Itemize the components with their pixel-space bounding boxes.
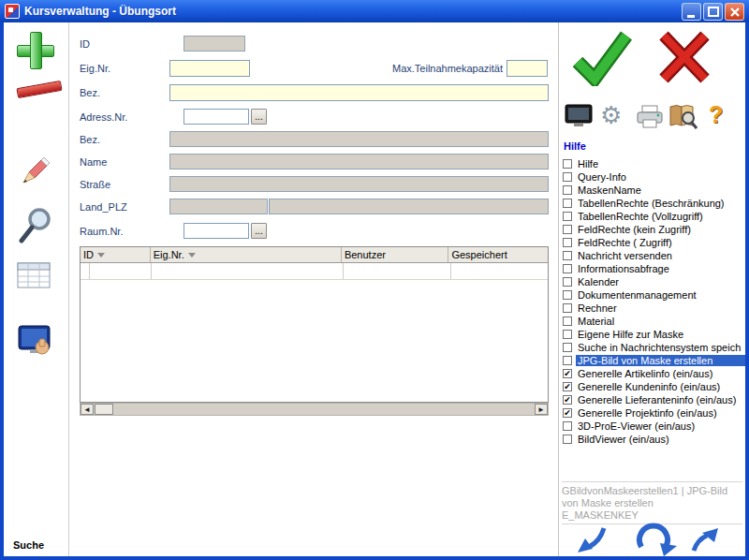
hilfe-list-item[interactable]: FeldRechte (kein Zugriff) bbox=[561, 223, 745, 236]
settings-gears-icon[interactable]: ⚙ bbox=[600, 101, 622, 130]
checkbox-icon[interactable] bbox=[563, 343, 572, 352]
hilfe-item-label: Kalender bbox=[576, 276, 745, 287]
hilfe-list-item[interactable]: FeldRechte ( Zugriff) bbox=[561, 236, 745, 249]
checkbox-icon[interactable]: ✔ bbox=[563, 382, 572, 391]
close-button[interactable] bbox=[725, 3, 744, 21]
checkbox-icon[interactable] bbox=[563, 356, 572, 365]
hilfe-list-item[interactable]: ✔Generelle Projektinfo (ein/aus) bbox=[561, 406, 745, 420]
checkbox-icon[interactable] bbox=[563, 277, 572, 287]
hilfe-list-item[interactable]: Suche in Nachrichtensystem speich bbox=[561, 341, 745, 354]
arrow-down-left-icon[interactable] bbox=[574, 524, 609, 558]
add-icon[interactable] bbox=[17, 32, 56, 71]
hilfe-list-item[interactable]: TabellenRechte (Beschränkung) bbox=[561, 197, 745, 210]
hilfe-item-label: TabellenRechte (Vollzugriff) bbox=[576, 211, 745, 222]
hilfe-list-item[interactable]: 3D-ProE-Viewer (ein/aus) bbox=[561, 420, 745, 433]
eignr-label: Eig.Nr. bbox=[80, 63, 110, 74]
raumnr-field[interactable] bbox=[184, 223, 249, 239]
checkbox-icon[interactable]: ✔ bbox=[563, 395, 572, 405]
hilfe-list-item[interactable]: Dokumentenmanagement bbox=[561, 288, 745, 302]
right-panel: ⚙ ? Hilfe HilfeQuery-InfoMas bbox=[558, 22, 745, 556]
table-view-icon[interactable] bbox=[17, 262, 52, 292]
eignr-field[interactable] bbox=[169, 60, 250, 77]
filter-icon[interactable] bbox=[188, 253, 196, 258]
hilfe-list-item[interactable]: JPG-Bild von Maske erstellen bbox=[561, 354, 745, 367]
checkbox-icon[interactable] bbox=[563, 251, 572, 260]
maximize-icon bbox=[707, 6, 720, 19]
hilfe-item-label: Rechner bbox=[576, 302, 745, 314]
titlebar[interactable]: Kursverwaltung - Übungsort bbox=[0, 0, 749, 22]
main-form: ID Eig.Nr. Max.Teilnahmekapazität Bez. A… bbox=[70, 22, 558, 556]
hilfe-item-label: Dokumentenmanagement bbox=[576, 289, 745, 301]
checkbox-icon[interactable] bbox=[563, 185, 572, 195]
column-header-label: Gespeichert bbox=[451, 249, 507, 260]
filter-icon[interactable] bbox=[97, 253, 105, 258]
checkbox-icon[interactable] bbox=[563, 238, 572, 247]
max-kapazitaet-field[interactable] bbox=[507, 60, 548, 77]
arrow-up-right-icon[interactable] bbox=[688, 524, 720, 558]
checkbox-icon[interactable] bbox=[563, 159, 572, 169]
horizontal-scrollbar[interactable]: ◄ ► bbox=[80, 403, 549, 416]
hilfe-list-item[interactable]: ✔Generelle Artikelinfo (ein/aus) bbox=[561, 367, 745, 380]
maximize-button[interactable] bbox=[703, 3, 723, 21]
checkbox-icon[interactable] bbox=[563, 199, 572, 208]
adressnr-label: Adress.Nr. bbox=[80, 111, 127, 123]
hilfe-list-item[interactable]: Hilfe bbox=[561, 157, 745, 170]
checkbox-icon[interactable]: ✔ bbox=[563, 369, 572, 378]
checkbox-icon[interactable] bbox=[563, 290, 572, 300]
hilfe-item-label: FeldRechte ( Zugriff) bbox=[576, 237, 745, 248]
checkbox-icon[interactable]: ✔ bbox=[563, 408, 572, 418]
bez1-field[interactable] bbox=[169, 84, 549, 101]
screen-icon[interactable] bbox=[565, 103, 595, 131]
adressnr-field[interactable] bbox=[184, 109, 249, 125]
hilfe-item-label: 3D-ProE-Viewer (ein/aus) bbox=[576, 420, 745, 432]
column-header-benutzer[interactable]: Benutzer bbox=[342, 247, 449, 262]
checkbox-icon[interactable] bbox=[563, 435, 572, 444]
hilfe-list-item[interactable]: BildViewer (ein/aus) bbox=[561, 433, 745, 446]
confirm-check-icon[interactable] bbox=[570, 28, 632, 88]
exit-mask-icon[interactable] bbox=[17, 324, 54, 361]
scroll-left-button[interactable]: ◄ bbox=[81, 404, 94, 415]
printer-icon[interactable] bbox=[636, 105, 664, 131]
hilfe-list-item[interactable]: Rechner bbox=[561, 302, 745, 315]
column-header-id[interactable]: ID bbox=[81, 247, 151, 262]
hilfe-list-item[interactable]: Kalender bbox=[561, 275, 745, 288]
scrollbar-thumb[interactable] bbox=[95, 404, 113, 415]
checkbox-icon[interactable] bbox=[563, 172, 572, 182]
help-question-icon[interactable]: ? bbox=[709, 101, 723, 128]
table-row[interactable] bbox=[81, 263, 548, 280]
hilfe-list-item[interactable]: Informationsabfrage bbox=[561, 262, 745, 275]
hilfe-list-item[interactable]: TabellenRechte (Vollzugriff) bbox=[561, 210, 745, 223]
max-kapazitaet-label: Max.Teilnahmekapazität bbox=[351, 63, 503, 74]
scroll-right-button[interactable]: ► bbox=[535, 404, 548, 415]
checkbox-icon[interactable] bbox=[563, 225, 572, 234]
checkbox-icon[interactable] bbox=[563, 303, 572, 313]
column-header-eignr[interactable]: Eig.Nr. bbox=[151, 247, 342, 262]
delete-marker-icon[interactable] bbox=[17, 84, 62, 95]
raumnr-lookup-button[interactable]: ... bbox=[251, 223, 267, 239]
checkbox-icon[interactable] bbox=[563, 421, 572, 431]
minimize-button[interactable] bbox=[682, 3, 701, 21]
results-table: ID Eig.Nr. Benutzer Gespeichert bbox=[80, 246, 549, 403]
checkbox-icon[interactable] bbox=[563, 212, 572, 221]
search-icon[interactable] bbox=[17, 206, 54, 247]
column-header-gespeichert[interactable]: Gespeichert bbox=[448, 247, 548, 262]
hilfe-list-item[interactable]: Eigene Hilfe zur Maske bbox=[561, 328, 745, 341]
adressnr-lookup-button[interactable]: ... bbox=[251, 109, 267, 125]
hilfe-list-item[interactable]: Nachricht versenden bbox=[561, 249, 745, 262]
hilfe-list-item[interactable]: Material bbox=[561, 315, 745, 328]
arrow-rotate-icon[interactable] bbox=[636, 521, 677, 558]
lookup-book-icon[interactable] bbox=[668, 103, 698, 131]
checkbox-icon[interactable] bbox=[563, 264, 572, 273]
column-header-label: Benutzer bbox=[345, 249, 386, 260]
edit-pencil-icon[interactable] bbox=[17, 150, 52, 187]
checkbox-icon[interactable] bbox=[563, 330, 572, 339]
hilfe-list-item[interactable]: ✔Generelle Kundeninfo (ein/aus) bbox=[561, 380, 745, 393]
cancel-x-icon[interactable] bbox=[654, 28, 714, 88]
checkbox-icon[interactable] bbox=[563, 317, 572, 326]
hilfe-list-item[interactable]: Query-Info bbox=[561, 170, 745, 184]
hilfe-list-item[interactable]: MaskenName bbox=[561, 184, 745, 197]
hilfe-item-label: Material bbox=[576, 316, 745, 327]
hilfe-list-item[interactable]: ✔Generelle Lieferanteninfo (ein/aus) bbox=[561, 393, 745, 406]
app-icon bbox=[5, 4, 20, 19]
hilfe-item-label: Generelle Artikelinfo (ein/aus) bbox=[576, 368, 745, 379]
